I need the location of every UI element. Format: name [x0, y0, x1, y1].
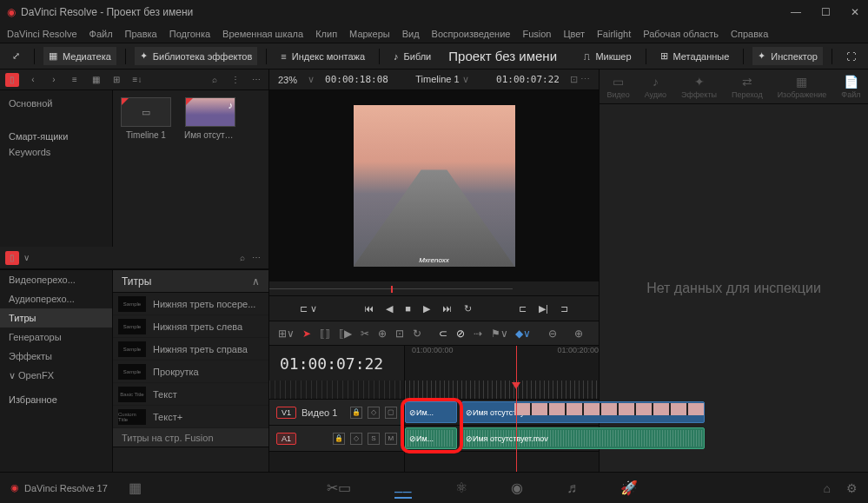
trim-tool[interactable]: ⟦⟧ [320, 328, 330, 340]
menu-davinci[interactable]: DaVinci Resolve [7, 29, 77, 39]
effects-library-button[interactable]: ✦Библиотека эффектов [135, 47, 258, 65]
menu-workspace[interactable]: Рабочая область [643, 29, 719, 39]
menu-help[interactable]: Справка [731, 29, 768, 39]
v1-badge[interactable]: V1 [276, 407, 296, 419]
position-lock[interactable]: ⇢ [474, 328, 482, 340]
play-button[interactable]: ▶ [423, 303, 430, 314]
jog-bar[interactable] [269, 281, 513, 295]
playhead[interactable] [516, 346, 517, 472]
edit-page-button[interactable]: ⎯⎯ [394, 478, 412, 499]
zoom-level[interactable]: 23% [278, 75, 297, 85]
cut-page-button[interactable]: ✂▭ [327, 480, 351, 496]
zoom-in-button[interactable]: ⊕ [574, 328, 583, 340]
maximize-button[interactable]: ☐ [819, 6, 832, 18]
inspector-tab-video[interactable]: ▭Видео [606, 75, 629, 99]
in-point-button[interactable]: ⊏ [519, 303, 527, 314]
blade-tool[interactable]: ✂ [361, 328, 369, 340]
first-frame-button[interactable]: ⏮ [364, 303, 374, 314]
a1-lock-icon[interactable]: 🔒 [333, 433, 345, 445]
dynamic-trim-tool[interactable]: ⟦▶ [339, 328, 352, 340]
next-edit-button[interactable]: ▶| [539, 303, 548, 314]
pool-options[interactable]: ⋯ [249, 73, 263, 87]
cat-video-trans[interactable]: Видеоперехо... [0, 270, 112, 289]
effects-toggle-button[interactable]: ▯ [5, 251, 19, 265]
viewer[interactable]: Mxrenoxx [269, 90, 599, 281]
v1-auto-select[interactable]: ▢ [385, 407, 397, 419]
flag-button[interactable]: ⚑∨ [491, 328, 507, 340]
replace-tool[interactable]: ↻ [413, 328, 421, 340]
track-v1[interactable]: ⊘ Им... ⊘ Имя отсутствует.mov [405, 400, 599, 426]
menu-fusion[interactable]: Fusion [522, 29, 551, 39]
insert-tool[interactable]: ⊕ [378, 328, 387, 340]
a1-badge[interactable]: A1 [276, 433, 296, 445]
menu-file[interactable]: Файл [89, 29, 113, 39]
loop-button[interactable]: ↻ [464, 303, 472, 314]
settings-button[interactable]: ⚙ [846, 481, 858, 495]
pool-nav-fwd[interactable]: › [47, 73, 61, 87]
metadata-button[interactable]: ⊞Метаданные [655, 47, 735, 65]
v1-disable-icon[interactable]: ◇ [368, 407, 380, 419]
media-pool-button[interactable]: ▦Медиатека [43, 47, 116, 65]
cat-effects[interactable]: Эффекты [0, 347, 112, 366]
timeline-name[interactable]: Timeline 1 [415, 74, 459, 84]
track-header-v1[interactable]: V1 Видео 1 🔒 ◇ ▢ [269, 400, 404, 426]
color-page-button[interactable]: ◉ [511, 480, 523, 496]
title-item[interactable]: SampleПрокрутка [113, 361, 268, 383]
expand-button[interactable]: ⤢ [7, 47, 25, 65]
fusion-page-button[interactable]: ⚛ [455, 480, 467, 496]
title-item[interactable]: Basic TitleТекст [113, 383, 268, 406]
title-item[interactable]: SampleНижняя треть слева [113, 315, 268, 338]
bin-keywords[interactable]: Keywords [3, 144, 109, 160]
effects-chevron[interactable]: ∨ [19, 251, 33, 265]
pool-toggle-button[interactable]: ▯ [5, 73, 19, 87]
cat-audio-trans[interactable]: Аудиоперехо... [0, 289, 112, 308]
title-item[interactable]: SampleНижняя треть справа [113, 338, 268, 361]
mixer-button[interactable]: ⎍Микшер [579, 48, 636, 65]
zoom-out-button[interactable]: ⊖ [548, 328, 557, 340]
minimize-button[interactable]: — [790, 6, 802, 18]
inspector-tab-image[interactable]: ▦Изображение [778, 75, 827, 99]
cat-generators[interactable]: Генераторы [0, 328, 112, 347]
track-a1[interactable]: ⊘ Им... ⊘ Имя отсутствует.mov [405, 426, 599, 452]
stop-button[interactable]: ■ [405, 303, 411, 314]
match-frame-icon[interactable]: ⊏ ∨ [300, 303, 317, 314]
pool-search-icon[interactable]: ⌕ [208, 73, 222, 87]
thumb-video[interactable]: ♪ Имя отсутст... [184, 97, 236, 140]
a1-solo-button[interactable]: S [368, 433, 380, 445]
pool-view-list[interactable]: ≡ [68, 73, 82, 87]
menu-fairlight[interactable]: Fairlight [597, 29, 631, 39]
out-point-button[interactable]: ⊐ [560, 303, 568, 314]
close-button[interactable]: ✕ [849, 6, 861, 18]
title-item[interactable]: SampleНижняя треть посере... [113, 293, 268, 315]
prev-frame-button[interactable]: ◀ [386, 303, 393, 314]
v1-lock-icon[interactable]: 🔒 [350, 407, 362, 419]
cat-openfx[interactable]: ∨ OpenFX [0, 366, 112, 386]
a1-mute-button[interactable]: M [385, 433, 397, 445]
menu-clip[interactable]: Клип [315, 29, 337, 39]
selection-tool[interactable]: ➤ [302, 328, 311, 340]
inspector-button[interactable]: ✦Инспектор [752, 47, 823, 65]
pool-view-thumb[interactable]: ▦ [89, 73, 103, 87]
marker-button[interactable]: ◆∨ [515, 328, 531, 340]
menu-playback[interactable]: Воспроизведение [432, 29, 511, 39]
viewer-options[interactable]: ⊡ ⋯ [570, 74, 590, 85]
effects-search-icon[interactable]: ⌕ [235, 251, 249, 265]
inspector-tab-transition[interactable]: ⇄Переход [732, 75, 763, 99]
pool-filter[interactable]: ⋮ [229, 73, 242, 87]
fusion-titles-header[interactable]: Титры на стр. Fusion [113, 428, 268, 447]
link-toggle[interactable]: ⊘ [456, 328, 465, 340]
a1-disable-icon[interactable]: ◇ [350, 433, 362, 445]
track-header-a1[interactable]: A1 🔒 ◇ S M [269, 426, 404, 452]
cat-titles[interactable]: Титры [0, 308, 112, 328]
deliver-page-button[interactable]: 🚀 [620, 480, 638, 496]
fullscreen-button[interactable]: ⛶ [841, 48, 861, 65]
edit-index-button[interactable]: ≡Индекс монтажа [275, 48, 370, 65]
snapping-toggle[interactable]: ⊂ [439, 328, 447, 340]
thumb-timeline[interactable]: ▭ Timeline 1 [120, 97, 172, 140]
inspector-tab-effects[interactable]: ✦Эффекты [681, 75, 717, 99]
inspector-tab-audio[interactable]: ♪Аудио [645, 75, 666, 99]
menu-view[interactable]: Вид [402, 29, 420, 39]
next-frame-button[interactable]: ⏭ [442, 303, 452, 314]
title-item[interactable]: Custom TitleТекст+ [113, 406, 268, 428]
sound-library-button[interactable]: ♪Библи [388, 48, 436, 65]
